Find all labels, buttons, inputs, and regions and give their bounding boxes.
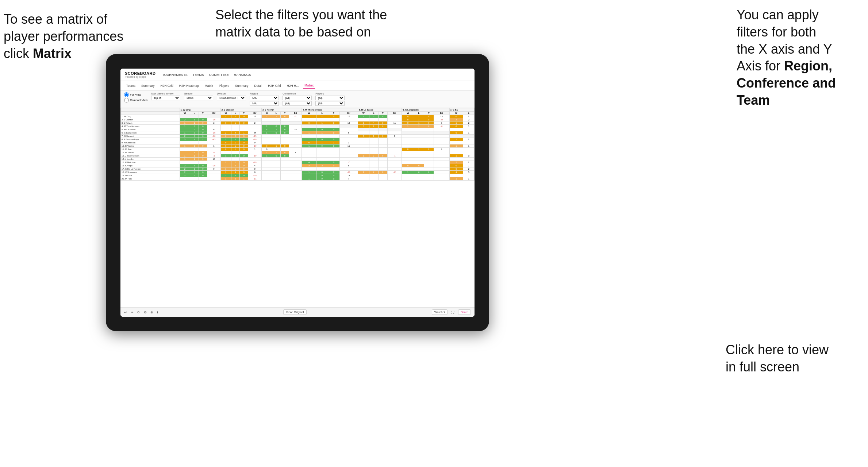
cell-dif xyxy=(387,161,402,164)
cell xyxy=(402,158,414,161)
cell-dif: 8 xyxy=(339,164,358,167)
cell: 1 xyxy=(358,115,369,118)
max-players-select[interactable]: Top 25 xyxy=(151,96,180,100)
conference-select[interactable]: (All) xyxy=(283,96,312,100)
logo-sub: Powered by clippd xyxy=(125,76,155,78)
cell: 1 xyxy=(449,144,463,148)
cell-dif xyxy=(248,118,262,121)
cell: 0 xyxy=(424,115,434,118)
cell-dif xyxy=(434,151,449,154)
tab-teams[interactable]: Teams xyxy=(125,83,137,88)
full-view-radio[interactable] xyxy=(124,92,129,97)
cell xyxy=(199,141,207,144)
cell xyxy=(220,158,231,161)
cell-dif xyxy=(207,174,221,177)
undo-icon[interactable]: ↩ xyxy=(124,310,127,314)
cell-dif xyxy=(434,177,449,181)
cell xyxy=(302,154,316,158)
tab-matrix-left[interactable]: Matrix xyxy=(203,83,215,88)
zoom-icon[interactable]: ⊕ xyxy=(150,310,153,314)
full-view-label[interactable]: Full View xyxy=(124,92,147,97)
refresh-icon[interactable]: ⟳ xyxy=(137,310,140,314)
nav-items: TOURNAMENTS TEAMS COMMITTEE RANKINGS xyxy=(162,72,251,77)
gender-select[interactable]: Men's xyxy=(184,96,213,100)
fullscreen-icon[interactable]: ⛶ xyxy=(451,310,454,314)
compact-view-label[interactable]: Compact View xyxy=(124,98,147,103)
tab-detail[interactable]: Detail xyxy=(253,83,264,88)
tab-summary[interactable]: Summary xyxy=(140,83,156,88)
tab-h2h-h[interactable]: H2H H... xyxy=(285,83,300,88)
cell: 0 xyxy=(378,121,387,125)
settings-icon[interactable]: ⚙ xyxy=(144,310,147,314)
conference-select2[interactable]: (All) xyxy=(283,101,312,106)
cell-dif xyxy=(289,144,302,148)
tab-summary2[interactable]: Summary xyxy=(234,83,250,88)
cell: 0 xyxy=(281,144,289,148)
watch-button[interactable]: Watch ▾ xyxy=(432,309,448,315)
cell xyxy=(262,164,272,167)
cell: 1 xyxy=(414,118,424,121)
nav-teams[interactable]: TEAMS xyxy=(193,72,204,77)
cell: 0 xyxy=(302,121,316,125)
cell: 0 xyxy=(239,174,248,177)
cell: 1 xyxy=(180,125,190,128)
col-header-7: 7. G Sa xyxy=(449,108,474,112)
cell: 2 xyxy=(220,174,231,177)
share-button[interactable]: Share xyxy=(458,309,471,315)
division-select[interactable]: NCAA Division I xyxy=(217,96,246,100)
nav-rankings[interactable]: RANKINGS xyxy=(234,72,251,77)
tr-line4-bold: Region, xyxy=(784,58,832,73)
filter-row: Full View Compact View Max players in vi… xyxy=(120,90,475,108)
cell-dif: -10 xyxy=(387,171,402,174)
cell: 0 xyxy=(402,164,414,167)
cell: 0 xyxy=(328,171,339,174)
cell xyxy=(414,174,424,177)
region-select2[interactable]: N/A xyxy=(250,101,279,106)
sh-l2: L xyxy=(231,112,239,115)
cell: 0 xyxy=(402,118,414,121)
cell: 0 xyxy=(199,154,207,158)
cell-dif xyxy=(207,161,221,164)
cell xyxy=(358,167,369,171)
players-select[interactable]: (All) xyxy=(315,96,345,100)
redo-icon[interactable]: ↪ xyxy=(131,310,134,314)
info-icon[interactable]: ℹ xyxy=(157,310,158,314)
cell: 0 xyxy=(369,115,378,118)
tr-line2: filters for both xyxy=(737,24,816,39)
nav-committee[interactable]: COMMITTEE xyxy=(209,72,229,77)
cell: 1 xyxy=(272,151,280,154)
tab-h2h-grid2[interactable]: H2H Grid xyxy=(266,83,282,88)
annotation-center-text: Select the filters you want the matrix d… xyxy=(215,7,387,39)
compact-view-radio[interactable] xyxy=(124,98,129,103)
tab-matrix-active[interactable]: Matrix xyxy=(303,83,315,89)
cell: 2 xyxy=(220,131,231,135)
table-row: 4. M Thorbjornsen100100010110-601 xyxy=(121,125,475,128)
cell: 0 xyxy=(328,115,339,118)
cell xyxy=(402,144,414,148)
nav-tournaments[interactable]: TOURNAMENTS xyxy=(162,72,187,77)
tab-h2h-heatmap[interactable]: H2H Heatmap xyxy=(178,83,200,88)
matrix-area[interactable]: 1. W Ding 2. L Clanton 3. J Koivun 4. M … xyxy=(120,108,475,307)
cell: 0 xyxy=(449,131,463,135)
cell xyxy=(414,177,424,181)
sh-d3: Dif xyxy=(289,112,302,115)
cell: 2 xyxy=(231,135,239,138)
cell-dif xyxy=(248,125,262,128)
cell-dif: -45 xyxy=(207,138,221,141)
tab-players[interactable]: Players xyxy=(218,83,231,88)
table-row: 20. M Ford331-11100711 xyxy=(121,177,475,181)
region-select[interactable]: N/A xyxy=(250,96,279,100)
view-original-button[interactable]: View: Original xyxy=(283,309,306,315)
col-header-4: 4. M Thorbjornsen xyxy=(302,108,358,112)
players-select2[interactable]: (All) xyxy=(315,101,345,106)
cell: 2 xyxy=(180,118,190,121)
cell-dif: -16 xyxy=(207,131,221,135)
cell: 1 xyxy=(302,174,316,177)
row-name-cell: 2. L Clanton xyxy=(121,118,180,121)
cell-dif xyxy=(339,158,358,161)
cell xyxy=(378,151,387,154)
tab-h2h-grid[interactable]: H2H Grid xyxy=(159,83,174,88)
row-name-cell: 16. K Vilips xyxy=(121,164,180,167)
cell-dif: 11 xyxy=(387,121,402,125)
cell xyxy=(272,171,280,174)
